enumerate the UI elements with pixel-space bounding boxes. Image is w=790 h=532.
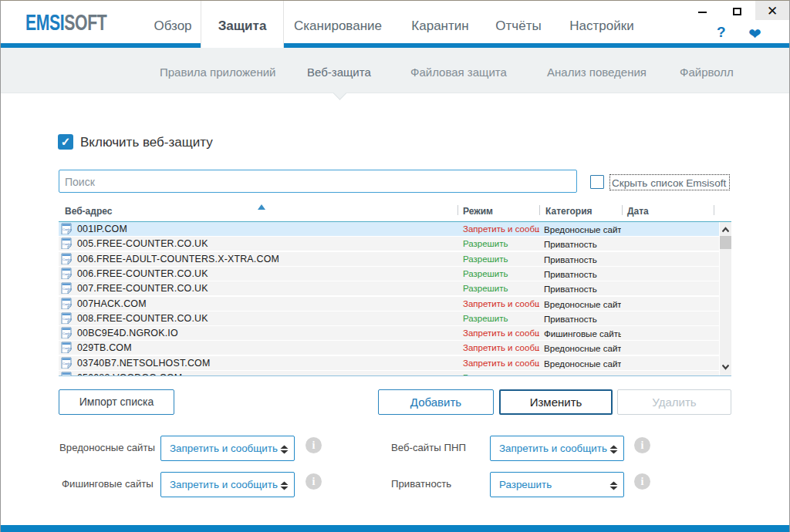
svg-text:Cookie: Cookie	[62, 272, 72, 276]
svg-text:Cookie: Cookie	[62, 376, 72, 377]
svg-text:Cookie: Cookie	[62, 332, 72, 335]
svg-text:Cookie: Cookie	[62, 317, 72, 321]
svg-text:Cookie: Cookie	[62, 242, 72, 246]
svg-text:Cookie: Cookie	[62, 227, 72, 231]
svg-text:Cookie: Cookie	[62, 302, 72, 306]
svg-text:Cookie: Cookie	[62, 258, 72, 261]
svg-text:Cookie: Cookie	[62, 287, 72, 291]
svg-text:Cookie: Cookie	[62, 346, 72, 350]
svg-text:Cookie: Cookie	[62, 362, 72, 365]
